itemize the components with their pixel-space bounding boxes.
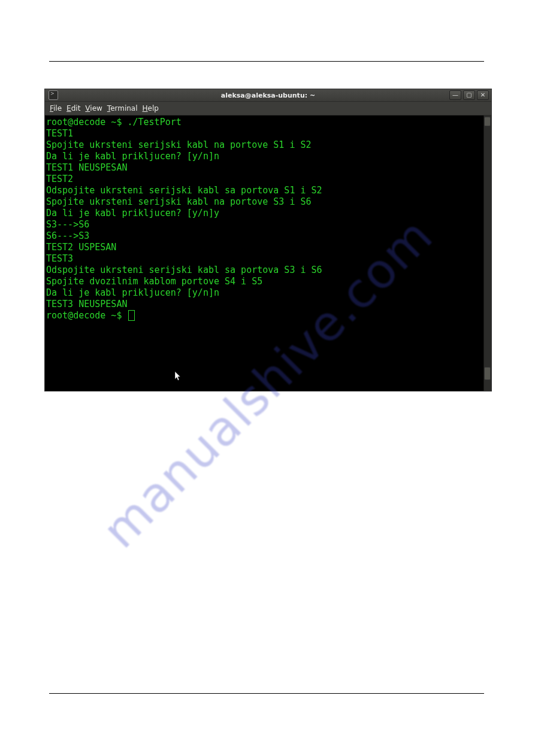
scrollbar[interactable] <box>483 116 491 391</box>
menu-terminal[interactable]: Terminal <box>107 104 138 113</box>
minimize-icon: — <box>452 92 458 98</box>
titlebar[interactable]: aleksa@aleksa-ubuntu: ~ — ▢ ✕ <box>45 89 491 102</box>
terminal-body-wrap: root@decode ~$ ./TestPortTEST1Spojite uk… <box>45 116 491 391</box>
divider-top <box>49 61 484 62</box>
menubar: File Edit View Terminal Help <box>45 102 491 116</box>
terminal-window: aleksa@aleksa-ubuntu: ~ — ▢ ✕ File Edit … <box>44 89 492 391</box>
close-icon: ✕ <box>480 92 485 98</box>
window-title: aleksa@aleksa-ubuntu: ~ <box>45 92 491 99</box>
scroll-thumb[interactable] <box>484 367 491 380</box>
terminal-output[interactable]: root@decode ~$ ./TestPortTEST1Spojite uk… <box>45 116 491 391</box>
terminal-cursor <box>128 310 135 321</box>
window-controls: — ▢ ✕ <box>449 90 489 100</box>
menu-help[interactable]: Help <box>143 104 159 113</box>
close-button[interactable]: ✕ <box>477 90 489 100</box>
menu-edit[interactable]: Edit <box>67 104 80 113</box>
terminal-icon <box>49 90 58 100</box>
maximize-button[interactable]: ▢ <box>463 90 475 100</box>
menu-file[interactable]: File <box>50 104 62 113</box>
maximize-icon: ▢ <box>466 92 471 98</box>
minimize-button[interactable]: — <box>449 90 461 100</box>
menu-view[interactable]: View <box>85 104 102 113</box>
divider-bottom <box>49 693 484 694</box>
scroll-marker-top[interactable] <box>484 117 491 126</box>
